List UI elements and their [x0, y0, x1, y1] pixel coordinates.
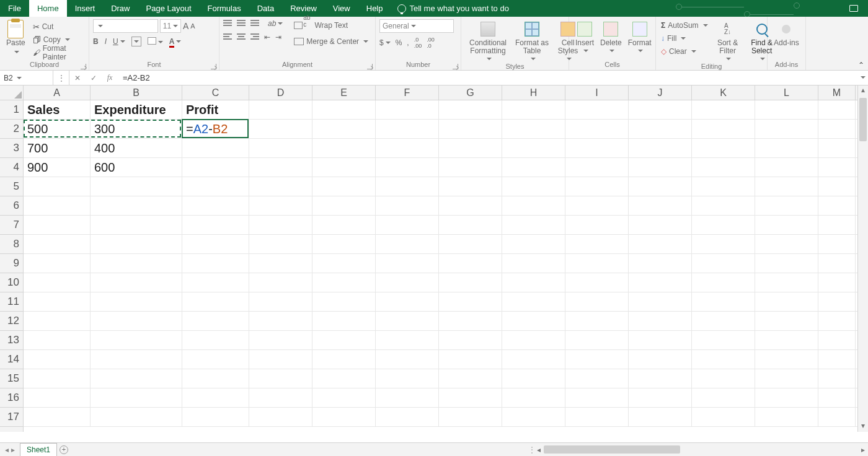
row-header-5[interactable]: 5: [0, 177, 23, 196]
cell-F5[interactable]: [376, 177, 439, 196]
cell-E13[interactable]: [312, 331, 376, 350]
column-header-A[interactable]: A: [24, 86, 91, 100]
fill-button[interactable]: Fill: [660, 32, 709, 45]
cell-J13[interactable]: [629, 331, 692, 350]
cell-D6[interactable]: [249, 196, 312, 216]
insert-function-button[interactable]: fx: [102, 71, 118, 85]
font-family-combo[interactable]: [93, 19, 158, 33]
cell-G9[interactable]: [439, 254, 502, 273]
cell-A6[interactable]: [24, 196, 91, 216]
collapse-ribbon-button[interactable]: ⌃: [858, 61, 864, 69]
cell-G10[interactable]: [439, 273, 502, 292]
cell-M4[interactable]: [818, 158, 856, 177]
cell-M17[interactable]: [818, 408, 856, 427]
row-header-14[interactable]: 14: [0, 350, 23, 369]
percent-button[interactable]: %: [396, 38, 402, 47]
cell-G14[interactable]: [439, 350, 502, 369]
cell-E5[interactable]: [312, 177, 376, 196]
cell-C4[interactable]: [182, 158, 249, 177]
tab-page-layout[interactable]: Page Layout: [138, 0, 200, 17]
cell-B5[interactable]: [91, 177, 182, 196]
cell-B12[interactable]: [91, 312, 182, 331]
cell-K16[interactable]: [692, 388, 755, 408]
cell-M7[interactable]: [818, 216, 856, 235]
row-header-15[interactable]: 15: [0, 369, 23, 388]
cell-G6[interactable]: [439, 196, 502, 216]
cell-F1[interactable]: [376, 100, 439, 120]
sheet-nav-prev[interactable]: ◂: [5, 445, 9, 454]
cell-A13[interactable]: [24, 331, 91, 350]
bold-button[interactable]: B: [93, 37, 99, 46]
cell-L11[interactable]: [755, 292, 818, 312]
cell-L13[interactable]: [755, 331, 818, 350]
column-header-D[interactable]: D: [249, 86, 312, 100]
cell-M1[interactable]: [818, 100, 856, 120]
cell-M5[interactable]: [818, 177, 856, 196]
cell-K3[interactable]: [692, 139, 755, 158]
new-sheet-button[interactable]: +: [57, 445, 71, 455]
cell-F6[interactable]: [376, 196, 439, 216]
cell-H4[interactable]: [502, 158, 565, 177]
cell-G16[interactable]: [439, 388, 502, 408]
cell-B11[interactable]: [91, 292, 182, 312]
cell-E1[interactable]: [312, 100, 376, 120]
tab-formulas[interactable]: Formulas: [200, 0, 249, 17]
format-painter-button[interactable]: Format Painter: [32, 46, 85, 59]
sort-filter-button[interactable]: AZ↓Sort & Filter: [713, 19, 743, 63]
tab-home[interactable]: Home: [29, 0, 67, 17]
cell-E4[interactable]: [312, 158, 376, 177]
number-launcher[interactable]: [453, 64, 458, 69]
cell-I14[interactable]: [565, 350, 629, 369]
row-header-9[interactable]: 9: [0, 254, 23, 273]
name-box-dropdown[interactable]: [13, 74, 24, 82]
cell-B4[interactable]: 600: [91, 158, 182, 177]
column-header-G[interactable]: G: [439, 86, 502, 100]
cell-J5[interactable]: [629, 177, 692, 196]
cell-L8[interactable]: [755, 235, 818, 254]
cell-H15[interactable]: [502, 369, 565, 388]
cell-D1[interactable]: [249, 100, 312, 120]
column-header-M[interactable]: M: [818, 86, 856, 100]
cell-H3[interactable]: [502, 139, 565, 158]
cell-M3[interactable]: [818, 139, 856, 158]
cell-L15[interactable]: [755, 369, 818, 388]
cell-J15[interactable]: [629, 369, 692, 388]
cell-F8[interactable]: [376, 235, 439, 254]
cell-I8[interactable]: [565, 235, 629, 254]
cell-K8[interactable]: [692, 235, 755, 254]
cell-A8[interactable]: [24, 235, 91, 254]
cell-G7[interactable]: [439, 216, 502, 235]
cell-J17[interactable]: [629, 408, 692, 427]
cell-A11[interactable]: [24, 292, 91, 312]
row-header-8[interactable]: 8: [0, 235, 23, 254]
cell-B15[interactable]: [91, 369, 182, 388]
cell-K17[interactable]: [692, 408, 755, 427]
tab-draw[interactable]: Draw: [103, 0, 138, 17]
cell-D12[interactable]: [249, 312, 312, 331]
cell-F17[interactable]: [376, 408, 439, 427]
clear-button[interactable]: Clear: [660, 45, 709, 58]
cell-C12[interactable]: [182, 312, 249, 331]
cell-C8[interactable]: [182, 235, 249, 254]
scroll-down-button[interactable]: ▾: [858, 421, 868, 432]
borders-button[interactable]: [131, 37, 141, 46]
delete-cells-button[interactable]: Delete: [598, 19, 624, 55]
scroll-left-button[interactable]: ◂: [533, 445, 544, 454]
cell-E2[interactable]: [312, 120, 376, 139]
cell-D5[interactable]: [249, 177, 312, 196]
column-header-B[interactable]: B: [91, 86, 182, 100]
alignment-launcher[interactable]: [367, 64, 373, 69]
cell-I2[interactable]: [565, 120, 629, 139]
column-header-E[interactable]: E: [312, 86, 376, 100]
cell-B16[interactable]: [91, 388, 182, 408]
cell-H17[interactable]: [502, 408, 565, 427]
cell-G3[interactable]: [439, 139, 502, 158]
addins-button[interactable]: Add-ins: [771, 19, 802, 48]
cell-D9[interactable]: [249, 254, 312, 273]
cell-J2[interactable]: [629, 120, 692, 139]
cell-C16[interactable]: [182, 388, 249, 408]
cell-D7[interactable]: [249, 216, 312, 235]
cell-D16[interactable]: [249, 388, 312, 408]
row-header-2[interactable]: 2: [0, 120, 23, 139]
italic-button[interactable]: I: [105, 37, 107, 46]
